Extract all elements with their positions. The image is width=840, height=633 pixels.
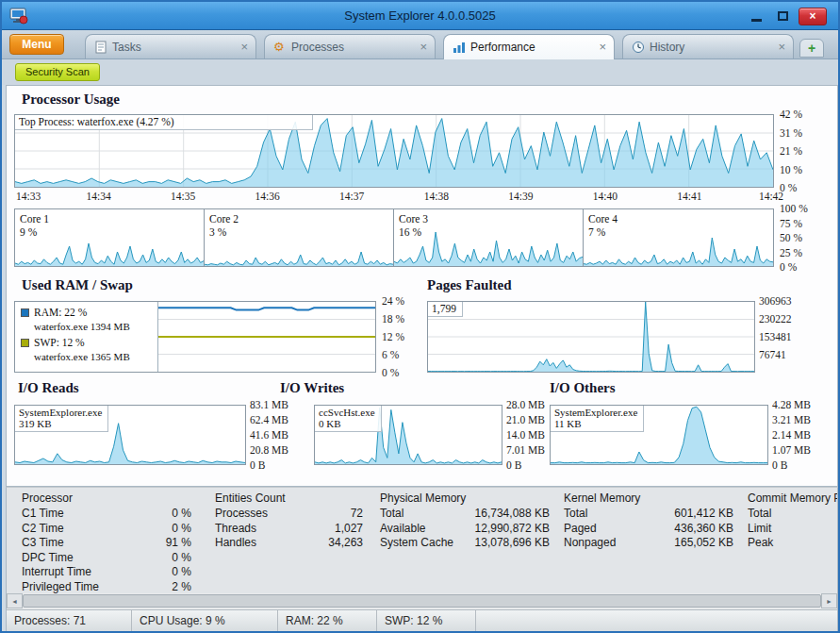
tab-bar: Menu Tasks × ⚙ Processes × Performance ×… [2, 30, 838, 59]
horizontal-scrollbar[interactable]: ◄ ► [6, 593, 838, 609]
table-row: Threads1,027 [215, 522, 363, 537]
ram-swap-title: Used RAM / Swap [22, 277, 133, 293]
cpu-x-tick: 14:34 [86, 191, 110, 202]
cpu-usage-chart: Top Process: waterfox.exe (4.27 %) [14, 114, 774, 188]
minimize-button[interactable] [746, 8, 768, 25]
table-row: Available12,990,872 KB [380, 522, 550, 537]
table-row: C1 Time0 % [22, 507, 191, 522]
add-tab-button[interactable]: + [799, 39, 824, 58]
core-3-label: Core 316 % [399, 212, 428, 239]
ram-legend-detail: waterfox.exe 1394 MB [34, 321, 130, 332]
table-row: Peak [748, 536, 838, 551]
ram-swap-legend: RAM: 22 % waterfox.exe 1394 MB SWP: 12 %… [15, 302, 158, 372]
tab-close-icon[interactable]: × [599, 35, 606, 58]
performance-panel: Processor Usage Top Process: waterfox.ex… [6, 85, 838, 487]
io-reads-y-tick: 20.8 MB [250, 444, 288, 456]
io-writes-y-tick: 7.01 MB [506, 444, 545, 456]
swap-legend-swatch [21, 339, 29, 347]
history-icon [632, 41, 645, 54]
table-row: Total601,412 KB [564, 507, 733, 522]
table-row: Paged436,360 KB [564, 522, 733, 537]
table-row: System Cache13,078,696 KB [380, 536, 550, 551]
pages-y-tick: 153481 [759, 331, 792, 342]
cpu-x-tick: 14:35 [171, 191, 195, 202]
table-row: Processes72 [215, 507, 363, 522]
core-2-label: Core 23 % [209, 212, 239, 239]
cpu-y-tick: 10 % [780, 164, 802, 175]
table-row: Total [748, 507, 838, 522]
ram-y-tick: 0 % [382, 367, 399, 378]
stats-header: Processor [22, 491, 191, 506]
io-writes-title: I/O Writes [280, 380, 344, 396]
tab-label: Processes [291, 35, 344, 58]
tasks-icon [94, 41, 107, 54]
tab-tasks[interactable]: Tasks × [85, 34, 256, 58]
io-writes-chart: ccSvcHst.exe0 KB [314, 405, 502, 465]
ram-y-tick: 6 % [382, 349, 399, 360]
io-others-y-tick: 0 B [772, 459, 787, 471]
cores-y-tick: 50 % [780, 232, 802, 243]
stats-header: Kernel Memory [564, 491, 733, 506]
io-others-process-label: SystemExplorer.exe11 KB [551, 406, 644, 432]
io-writes-process-label: ccSvcHst.exe0 KB [315, 406, 382, 432]
table-row: C2 Time0 % [22, 522, 191, 537]
status-processes: Processes: 71 [7, 610, 132, 631]
io-others-title: I/O Others [550, 380, 616, 396]
core-1-chart: Core 19 % [14, 208, 205, 267]
io-reads-chart: SystemExplorer.exe319 KB [14, 405, 246, 465]
io-writes-y-tick: 0 B [506, 459, 521, 471]
pages-y-tick: 306963 [759, 295, 792, 307]
top-process-label: Top Process: waterfox.exe (4.27 %) [15, 115, 313, 130]
io-writes-y-tick: 21.0 MB [506, 414, 545, 425]
core-4-label: Core 47 % [588, 212, 618, 239]
io-reads-y-tick: 41.6 MB [250, 429, 288, 441]
ram-swap-chart: RAM: 22 % waterfox.exe 1394 MB SWP: 12 %… [14, 301, 376, 373]
cores-y-tick: 75 % [780, 218, 802, 229]
titlebar[interactable]: System Explorer 4.0.0.5025 × [2, 2, 838, 30]
ram-y-tick: 18 % [382, 313, 404, 325]
pages-y-tick: 76741 [759, 349, 786, 360]
pages-faulted-title: Pages Faulted [427, 277, 512, 293]
stats-column-processor: Processor C1 Time0 % C2 Time0 % C3 Time9… [22, 491, 191, 593]
table-row: Interrupt Time0 % [22, 565, 191, 580]
cpu-y-tick: 42 % [780, 108, 802, 120]
tab-close-icon[interactable]: × [778, 35, 785, 58]
tab-processes[interactable]: ⚙ Processes × [264, 34, 436, 58]
scroll-right-icon[interactable]: ► [821, 593, 837, 608]
cpu-x-tick: 14:37 [339, 191, 364, 202]
tab-close-icon[interactable]: × [420, 35, 427, 58]
tab-close-icon[interactable]: × [240, 35, 248, 58]
tab-label: History [650, 35, 684, 58]
ram-y-tick: 12 % [382, 331, 404, 342]
cpu-y-tick: 21 % [780, 145, 802, 157]
tab-history[interactable]: History × [622, 34, 794, 58]
scrollbar-thumb[interactable] [23, 594, 821, 608]
io-others-y-tick: 3.21 MB [772, 414, 811, 425]
close-button[interactable]: × [799, 8, 827, 25]
io-reads-process-label: SystemExplorer.exe319 KB [15, 406, 108, 432]
core-4-chart: Core 47 % [583, 208, 774, 267]
scroll-left-icon[interactable]: ◄ [7, 593, 23, 608]
maximize-button[interactable] [772, 8, 795, 25]
cores-y-tick: 25 % [780, 247, 802, 258]
cores-y-tick: 100 % [780, 203, 808, 214]
stats-header: Commit Memory Pag [748, 491, 838, 506]
cpu-y-tick: 31 % [780, 127, 802, 139]
stats-header: Physical Memory [380, 491, 550, 506]
menu-button[interactable]: Menu [9, 34, 64, 55]
core-2-chart: Core 23 % [204, 208, 394, 267]
table-row: Handles34,263 [215, 536, 363, 551]
swap-legend-detail: waterfox.exe 1365 MB [34, 351, 130, 362]
tab-label: Tasks [112, 35, 141, 58]
cpu-x-tick: 14:41 [677, 191, 701, 202]
processor-usage-title: Processor Usage [22, 92, 120, 108]
status-swap: SWP: 12 % [377, 610, 476, 631]
cores-y-tick: 0 % [780, 261, 797, 273]
io-others-y-tick: 4.28 MB [772, 399, 811, 410]
performance-icon [453, 41, 466, 54]
app-window: System Explorer 4.0.0.5025 × Menu Tasks … [0, 0, 840, 633]
ram-swap-plot [158, 302, 375, 372]
tab-performance[interactable]: Performance × [443, 34, 615, 59]
stats-column-commit-memory: Commit Memory Pag Total Limit Peak [748, 491, 838, 551]
security-scan-button[interactable]: Security Scan [15, 63, 100, 81]
